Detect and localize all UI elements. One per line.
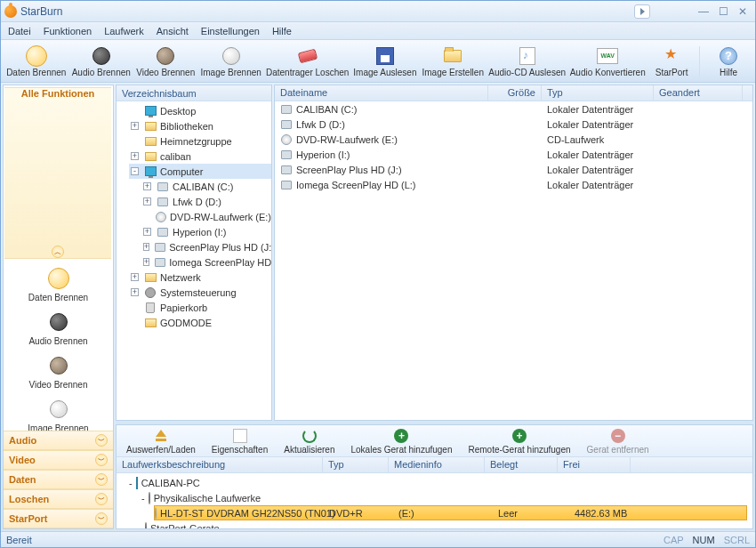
drives-col-laufwerksbeschreibung[interactable]: Laufwerksbeschreibung xyxy=(117,457,323,472)
titlebar[interactable]: StarBurn — ☐ ✕ xyxy=(1,1,755,22)
file-list-header[interactable]: DateinameGrößeTypGeandert xyxy=(275,85,752,101)
list-col-dateiname[interactable]: Dateiname xyxy=(275,85,488,101)
toolbar-hilfe[interactable]: ?Hilfe xyxy=(705,43,752,80)
tree-node[interactable]: +Iomega ScreenPlay HD (L:) xyxy=(141,254,271,270)
tree-node[interactable]: +caliban xyxy=(129,149,271,164)
menu-funktionen[interactable]: Funktionen xyxy=(44,26,92,36)
toolbar-image-erstellen[interactable]: Image Erstellen xyxy=(420,43,486,80)
list-col-geandert[interactable]: Geandert xyxy=(654,85,743,101)
tree-toggle[interactable]: + xyxy=(131,122,139,130)
toolbar-audio-brennen[interactable]: Audio Brennen xyxy=(70,43,133,80)
sidebar-body[interactable]: Daten BrennenAudio BrennenVideo BrennenI… xyxy=(4,261,113,431)
toolbar-video-brennen[interactable]: Video Brennen xyxy=(134,43,197,80)
drive-entry[interactable]: HL-DT-ST DVDRAM GH22NS50 (TN01)DVD+R(E:)… xyxy=(154,505,747,520)
sidebar-head-starport[interactable]: StarPort xyxy=(4,509,113,528)
notes-icon xyxy=(517,45,538,67)
sidebar-head-alle-funktionen[interactable]: Alle Funktionen xyxy=(4,87,111,259)
toolbar-starport[interactable]: StarPort xyxy=(648,43,695,80)
chevron-down-icon xyxy=(95,434,108,447)
drive-icon xyxy=(280,118,293,131)
drives-toolbar-eigenschaften[interactable]: Eigenschaften xyxy=(205,425,274,457)
toolbar-datentrager-loschen[interactable]: Datentrager Loschen xyxy=(265,43,350,80)
tree-node[interactable]: +Netzwerk xyxy=(129,270,271,285)
drives-toolbar-remote-gerat-hinzufugen[interactable]: +Remote-Gerat hinzufugen xyxy=(462,425,576,457)
sidebar-head-audio[interactable]: Audio xyxy=(4,431,113,450)
tree-node[interactable]: Papierkorb xyxy=(129,300,271,315)
foldersm-icon xyxy=(144,120,157,133)
starport-icon xyxy=(661,45,682,67)
toolbar-audio-cd-auslesen[interactable]: Audio-CD Auslesen xyxy=(487,43,567,80)
tree-toggle[interactable]: + xyxy=(143,243,149,251)
foldersm-icon xyxy=(144,317,157,329)
chevron-down-icon xyxy=(95,512,108,525)
tree-node[interactable]: +ScreenPlay Plus HD (J:) xyxy=(141,239,271,254)
menu-laufwerk[interactable]: Laufwerk xyxy=(104,26,144,36)
drives-toolbar-lokales-gerat-hinzufugen[interactable]: +Lokales Gerat hinzufugen xyxy=(345,425,459,457)
menu-einstellungen[interactable]: Einstellungen xyxy=(201,26,260,36)
list-col-größe[interactable]: Größe xyxy=(488,85,542,101)
eraser-icon xyxy=(297,45,318,67)
minimize-button[interactable]: — xyxy=(695,5,712,18)
menu-ansicht[interactable]: Ansicht xyxy=(157,26,189,36)
drives-col-frei[interactable]: Frei xyxy=(558,457,631,472)
menu-datei[interactable]: Datei xyxy=(8,26,31,36)
toolbar-daten-brennen[interactable]: Daten Brennen xyxy=(4,43,68,80)
drives-toolbar-aktualisieren[interactable]: Aktualisieren xyxy=(277,425,341,457)
drive-group[interactable]: StarPort-Gerate xyxy=(141,520,752,528)
sidebar-item-audio-brennen[interactable]: Audio Brennen xyxy=(4,304,113,348)
drives-header[interactable]: LaufwerksbeschreibungTypMedieninfoBelegt… xyxy=(117,457,752,473)
tree-node[interactable]: Desktop xyxy=(129,103,271,118)
tree-node[interactable]: +Systemsteuerung xyxy=(129,285,271,300)
tree-node[interactable]: +Lfwk D (D:) xyxy=(141,194,271,209)
menubar: Datei Funktionen Laufwerk Ansicht Einste… xyxy=(1,22,755,40)
tree-toggle[interactable]: + xyxy=(131,288,139,296)
tree-node[interactable]: DVD-RW-Laufwerk (E:) xyxy=(141,209,271,224)
tree-toggle[interactable]: + xyxy=(131,152,139,160)
tree-toggle[interactable]: + xyxy=(143,258,149,266)
drives-col-medieninfo[interactable]: Medieninfo xyxy=(389,457,485,472)
drive-root[interactable]: -CALIBAN-PC xyxy=(129,475,752,490)
maximize-button[interactable]: ☐ xyxy=(714,5,732,18)
tree-toggle[interactable]: + xyxy=(143,197,151,206)
tree-toggle[interactable]: + xyxy=(143,182,151,190)
close-button[interactable]: ✕ xyxy=(734,5,752,18)
computer-icon xyxy=(136,478,138,488)
tree-label: ScreenPlay Plus HD (J:) xyxy=(169,242,271,253)
list-row[interactable]: Lfwk D (D:)Lokaler Datenträger xyxy=(275,117,752,132)
list-row[interactable]: DVD-RW-Laufwerk (E:)CD-Laufwerk xyxy=(275,132,752,147)
disc-img-icon xyxy=(46,397,71,422)
tree-toggle[interactable]: + xyxy=(143,228,151,236)
drives-toolbar-auswerfen-laden[interactable]: Auswerfen/Laden xyxy=(120,425,202,457)
menu-hilfe[interactable]: Hilfe xyxy=(272,26,292,36)
drives-col-typ[interactable]: Typ xyxy=(323,457,389,472)
tree-node[interactable]: Heimnetzgruppe xyxy=(129,133,271,149)
disc-lg-icon xyxy=(26,45,47,67)
toolbar-image-brennen[interactable]: Image Brennen xyxy=(198,43,263,80)
list-row[interactable]: Iomega ScreenPlay HD (L:)Lokaler Datentr… xyxy=(275,177,752,192)
tree-toggle[interactable]: + xyxy=(131,273,139,281)
sidebar-item-video-brennen[interactable]: Video Brennen xyxy=(4,348,113,391)
drive-group[interactable]: -Physikalische Laufwerke xyxy=(141,490,752,505)
tree-node[interactable]: GODMODE xyxy=(129,315,271,330)
drives-tree[interactable]: -CALIBAN-PC-Physikalische LaufwerkeHL-DT… xyxy=(117,473,752,528)
tree-node[interactable]: +CALIBAN (C:) xyxy=(141,179,271,194)
directory-tree[interactable]: Desktop+BibliothekenHeimnetzgruppe+calib… xyxy=(117,101,271,420)
sidebar-item-daten-brennen[interactable]: Daten Brennen xyxy=(4,261,113,304)
titlebar-play-button[interactable] xyxy=(634,4,650,19)
sidebar-head-loschen[interactable]: Loschen xyxy=(4,489,113,509)
list-row[interactable]: Hyperion (I:)Lokaler Datenträger xyxy=(275,147,752,162)
sidebar-head-video[interactable]: Video xyxy=(4,450,113,470)
toolbar-image-auslesen[interactable]: Image Auslesen xyxy=(351,43,418,80)
tree-node[interactable]: +Hyperion (I:) xyxy=(141,224,271,239)
tree-node[interactable]: +Bibliotheken xyxy=(129,118,271,133)
toolbar-audio-konvertieren[interactable]: WAVAudio Konvertieren xyxy=(568,43,647,80)
list-row[interactable]: ScreenPlay Plus HD (J:)Lokaler Datenträg… xyxy=(275,162,752,177)
drives-col-belegt[interactable]: Belegt xyxy=(485,457,558,472)
list-row[interactable]: CALIBAN (C:)Lokaler Datenträger xyxy=(275,101,752,117)
sidebar-item-image-brennen[interactable]: Image Brennen xyxy=(4,391,113,431)
sidebar-head-daten[interactable]: Daten xyxy=(4,470,113,489)
tree-toggle[interactable]: - xyxy=(131,167,139,175)
file-list-body[interactable]: CALIBAN (C:)Lokaler DatenträgerLfwk D (D… xyxy=(275,101,752,420)
list-col-typ[interactable]: Typ xyxy=(542,85,654,101)
tree-node[interactable]: -Computer xyxy=(129,164,271,179)
